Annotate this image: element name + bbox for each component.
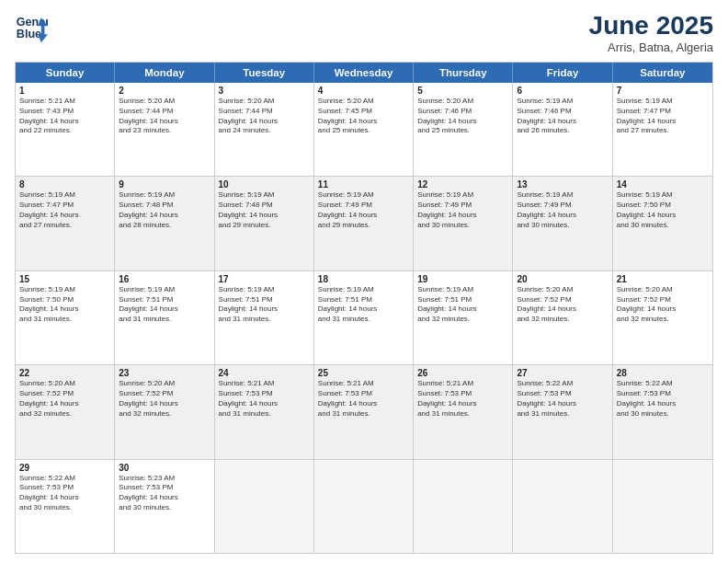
logo-icon: General Blue — [15, 11, 48, 44]
day-info: Sunrise: 5:19 AM Sunset: 7:50 PM Dayligh… — [617, 190, 709, 230]
calendar-cell: 18Sunrise: 5:19 AM Sunset: 7:51 PM Dayli… — [314, 271, 414, 364]
calendar-cell: 4Sunrise: 5:20 AM Sunset: 7:45 PM Daylig… — [314, 83, 414, 176]
day-info: Sunrise: 5:20 AM Sunset: 7:46 PM Dayligh… — [417, 97, 508, 136]
day-info: Sunrise: 5:20 AM Sunset: 7:52 PM Dayligh… — [119, 379, 210, 419]
day-info: Sunrise: 5:21 AM Sunset: 7:53 PM Dayligh… — [417, 379, 508, 419]
calendar-row: 29Sunrise: 5:22 AM Sunset: 7:53 PM Dayli… — [16, 459, 712, 553]
header-day-wednesday: Wednesday — [314, 63, 414, 83]
page: General Blue June 2025 Arris, Batna, Alg… — [0, 0, 728, 563]
calendar-cell: 22Sunrise: 5:20 AM Sunset: 7:52 PM Dayli… — [16, 365, 115, 458]
day-number: 30 — [119, 463, 210, 473]
day-number: 13 — [517, 179, 608, 190]
day-number: 15 — [19, 274, 110, 284]
calendar-cell: 27Sunrise: 5:22 AM Sunset: 7:53 PM Dayli… — [513, 365, 612, 458]
calendar-cell: 2Sunrise: 5:20 AM Sunset: 7:44 PM Daylig… — [115, 83, 214, 176]
day-number: 3 — [219, 86, 310, 96]
day-info: Sunrise: 5:20 AM Sunset: 7:52 PM Dayligh… — [19, 379, 110, 419]
day-info: Sunrise: 5:21 AM Sunset: 7:53 PM Dayligh… — [219, 379, 310, 419]
calendar-cell: 19Sunrise: 5:19 AM Sunset: 7:51 PM Dayli… — [414, 271, 513, 364]
day-info: Sunrise: 5:22 AM Sunset: 7:53 PM Dayligh… — [517, 379, 608, 419]
day-number: 11 — [318, 179, 409, 190]
calendar-cell: 9Sunrise: 5:19 AM Sunset: 7:48 PM Daylig… — [115, 177, 214, 270]
calendar-cell: 23Sunrise: 5:20 AM Sunset: 7:52 PM Dayli… — [115, 365, 214, 458]
day-number: 20 — [517, 274, 608, 284]
day-info: Sunrise: 5:20 AM Sunset: 7:52 PM Dayligh… — [517, 285, 608, 325]
calendar-row: 22Sunrise: 5:20 AM Sunset: 7:52 PM Dayli… — [16, 364, 712, 458]
day-number: 6 — [517, 86, 608, 96]
calendar-cell: 3Sunrise: 5:20 AM Sunset: 7:44 PM Daylig… — [215, 83, 314, 176]
calendar-cell: 29Sunrise: 5:22 AM Sunset: 7:53 PM Dayli… — [16, 460, 115, 553]
day-number: 17 — [219, 274, 310, 284]
calendar: SundayMondayTuesdayWednesdayThursdayFrid… — [15, 62, 713, 554]
calendar-cell: 24Sunrise: 5:21 AM Sunset: 7:53 PM Dayli… — [215, 365, 314, 458]
day-info: Sunrise: 5:19 AM Sunset: 7:51 PM Dayligh… — [219, 285, 310, 325]
calendar-cell: 1Sunrise: 5:21 AM Sunset: 7:43 PM Daylig… — [16, 83, 115, 176]
day-info: Sunrise: 5:23 AM Sunset: 7:53 PM Dayligh… — [119, 474, 210, 513]
day-info: Sunrise: 5:21 AM Sunset: 7:43 PM Dayligh… — [19, 97, 110, 136]
day-number: 22 — [19, 368, 110, 378]
empty-cell — [314, 460, 414, 553]
day-info: Sunrise: 5:19 AM Sunset: 7:49 PM Dayligh… — [417, 190, 508, 230]
day-number: 8 — [19, 179, 110, 190]
day-number: 25 — [318, 368, 409, 378]
title-block: June 2025 Arris, Batna, Algeria — [589, 11, 713, 54]
calendar-cell: 11Sunrise: 5:19 AM Sunset: 7:49 PM Dayli… — [314, 177, 414, 270]
day-info: Sunrise: 5:19 AM Sunset: 7:48 PM Dayligh… — [219, 190, 310, 230]
day-info: Sunrise: 5:20 AM Sunset: 7:44 PM Dayligh… — [219, 97, 310, 136]
calendar-cell: 13Sunrise: 5:19 AM Sunset: 7:49 PM Dayli… — [513, 177, 612, 270]
calendar-cell: 25Sunrise: 5:21 AM Sunset: 7:53 PM Dayli… — [314, 365, 414, 458]
calendar-cell: 7Sunrise: 5:19 AM Sunset: 7:47 PM Daylig… — [613, 83, 712, 176]
day-info: Sunrise: 5:19 AM Sunset: 7:49 PM Dayligh… — [318, 190, 409, 230]
calendar-row: 1Sunrise: 5:21 AM Sunset: 7:43 PM Daylig… — [16, 83, 712, 176]
header-day-friday: Friday — [513, 63, 612, 83]
calendar-cell: 26Sunrise: 5:21 AM Sunset: 7:53 PM Dayli… — [414, 365, 513, 458]
calendar-body: 1Sunrise: 5:21 AM Sunset: 7:43 PM Daylig… — [16, 83, 712, 553]
calendar-cell: 8Sunrise: 5:19 AM Sunset: 7:47 PM Daylig… — [16, 177, 115, 270]
header-day-monday: Monday — [115, 63, 214, 83]
empty-cell — [414, 460, 513, 553]
day-info: Sunrise: 5:19 AM Sunset: 7:46 PM Dayligh… — [517, 97, 608, 136]
day-number: 2 — [119, 86, 210, 96]
day-number: 10 — [219, 179, 310, 190]
day-number: 23 — [119, 368, 210, 378]
calendar-cell: 30Sunrise: 5:23 AM Sunset: 7:53 PM Dayli… — [115, 460, 214, 553]
day-number: 9 — [119, 179, 210, 190]
logo: General Blue — [15, 11, 48, 44]
day-info: Sunrise: 5:19 AM Sunset: 7:51 PM Dayligh… — [318, 285, 409, 325]
header-day-tuesday: Tuesday — [215, 63, 314, 83]
day-info: Sunrise: 5:19 AM Sunset: 7:48 PM Dayligh… — [119, 190, 210, 230]
empty-cell — [215, 460, 314, 553]
calendar-cell: 10Sunrise: 5:19 AM Sunset: 7:48 PM Dayli… — [215, 177, 314, 270]
day-info: Sunrise: 5:19 AM Sunset: 7:50 PM Dayligh… — [19, 285, 110, 325]
day-number: 7 — [617, 86, 709, 96]
subtitle: Arris, Batna, Algeria — [589, 40, 713, 54]
header: General Blue June 2025 Arris, Batna, Alg… — [15, 11, 713, 54]
day-info: Sunrise: 5:21 AM Sunset: 7:53 PM Dayligh… — [318, 379, 409, 419]
calendar-cell: 15Sunrise: 5:19 AM Sunset: 7:50 PM Dayli… — [16, 271, 115, 364]
calendar-cell: 20Sunrise: 5:20 AM Sunset: 7:52 PM Dayli… — [513, 271, 612, 364]
calendar-row: 15Sunrise: 5:19 AM Sunset: 7:50 PM Dayli… — [16, 270, 712, 364]
calendar-row: 8Sunrise: 5:19 AM Sunset: 7:47 PM Daylig… — [16, 176, 712, 270]
empty-cell — [513, 460, 612, 553]
day-number: 28 — [617, 368, 709, 378]
day-number: 4 — [318, 86, 409, 96]
day-number: 29 — [19, 463, 110, 473]
calendar-cell: 5Sunrise: 5:20 AM Sunset: 7:46 PM Daylig… — [414, 83, 513, 176]
day-number: 5 — [417, 86, 508, 96]
main-title: June 2025 — [589, 11, 713, 40]
day-number: 12 — [417, 179, 508, 190]
header-day-saturday: Saturday — [613, 63, 712, 83]
day-number: 26 — [417, 368, 508, 378]
day-number: 19 — [417, 274, 508, 284]
calendar-cell: 21Sunrise: 5:20 AM Sunset: 7:52 PM Dayli… — [613, 271, 712, 364]
calendar-cell: 16Sunrise: 5:19 AM Sunset: 7:51 PM Dayli… — [115, 271, 214, 364]
calendar-cell: 6Sunrise: 5:19 AM Sunset: 7:46 PM Daylig… — [513, 83, 612, 176]
day-info: Sunrise: 5:20 AM Sunset: 7:45 PM Dayligh… — [318, 97, 409, 136]
calendar-cell: 12Sunrise: 5:19 AM Sunset: 7:49 PM Dayli… — [414, 177, 513, 270]
day-info: Sunrise: 5:20 AM Sunset: 7:44 PM Dayligh… — [119, 97, 210, 136]
day-number: 21 — [617, 274, 709, 284]
svg-text:Blue: Blue — [17, 28, 41, 40]
day-info: Sunrise: 5:19 AM Sunset: 7:51 PM Dayligh… — [119, 285, 210, 325]
calendar-cell: 28Sunrise: 5:22 AM Sunset: 7:53 PM Dayli… — [613, 365, 712, 458]
header-day-sunday: Sunday — [16, 63, 115, 83]
